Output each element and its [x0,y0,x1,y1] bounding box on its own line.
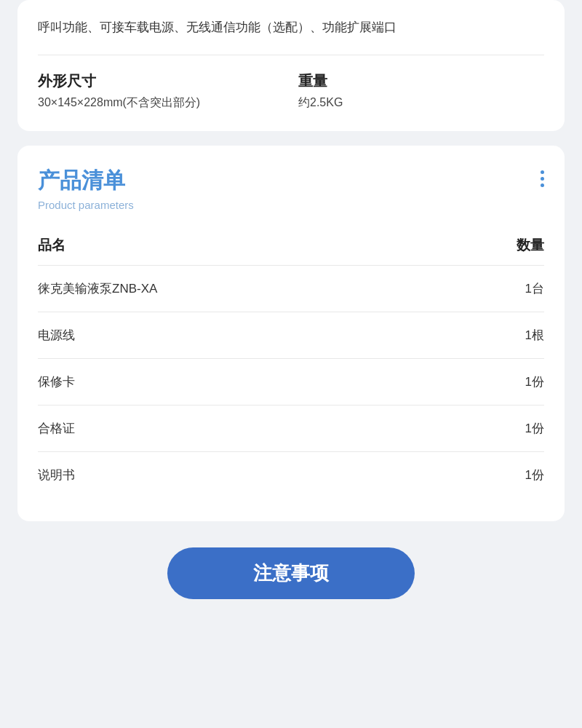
card-title-en: Product parameters [38,199,134,211]
features-description: 呼叫功能、可接车载电源、无线通信功能（选配）、功能扩展端口 [38,17,544,55]
table-row: 合格证 1份 [38,405,544,451]
item-name: 电源线 [38,327,75,344]
weight-label: 重量 [298,71,544,91]
table-row: 电源线 1根 [38,312,544,358]
dot-1 [541,170,544,174]
card-header: 产品清单 Product parameters [38,166,544,211]
more-options-icon[interactable] [541,166,544,187]
table-row: 保修卡 1份 [38,358,544,405]
specs-row: 外形尺寸 30×145×228mm(不含突出部分) 重量 约2.5KG [38,71,544,111]
dot-2 [541,177,544,181]
dimension-label: 外形尺寸 [38,71,284,91]
weight-spec: 重量 约2.5KG [284,71,544,111]
col-name-header: 品名 [38,236,65,255]
product-list-card: 产品清单 Product parameters 品名 数量 徕克美输液泵ZNB-… [17,146,565,521]
specs-card: 呼叫功能、可接车载电源、无线通信功能（选配）、功能扩展端口 外形尺寸 30×14… [17,0,565,131]
table-header: 品名 数量 [38,229,544,265]
table-row: 说明书 1份 [38,451,544,498]
dimension-spec: 外形尺寸 30×145×228mm(不含突出部分) [38,71,284,111]
item-qty: 1份 [486,420,544,437]
item-qty: 1份 [486,467,544,483]
item-name: 说明书 [38,467,75,483]
button-area: 注意事项 [0,536,582,599]
dimension-value: 30×145×228mm(不含突出部分) [38,95,284,111]
item-name: 徕克美输液泵ZNB-XA [38,280,157,297]
table-row: 徕克美输液泵ZNB-XA 1台 [38,265,544,312]
item-name: 合格证 [38,420,75,437]
product-table: 品名 数量 徕克美输液泵ZNB-XA 1台 电源线 1根 保修卡 1份 合格证 … [38,229,544,498]
dot-3 [541,183,544,187]
weight-value: 约2.5KG [298,95,544,111]
card-title-cn: 产品清单 [38,166,134,196]
item-qty: 1台 [486,280,544,297]
col-qty-header: 数量 [486,236,544,255]
page-wrapper: 呼叫功能、可接车载电源、无线通信功能（选配）、功能扩展端口 外形尺寸 30×14… [0,0,582,628]
item-qty: 1份 [486,373,544,390]
notice-button[interactable]: 注意事项 [167,547,415,599]
item-qty: 1根 [486,327,544,344]
item-name: 保修卡 [38,373,75,390]
card-title-block: 产品清单 Product parameters [38,166,134,211]
